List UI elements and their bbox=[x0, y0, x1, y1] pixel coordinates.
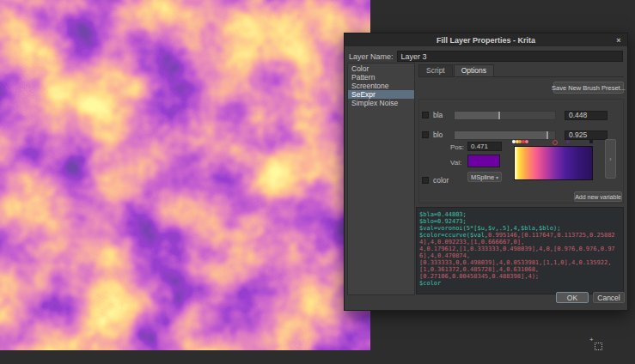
close-icon[interactable]: × bbox=[614, 35, 624, 45]
save-new-brush-preset-button[interactable]: Save New Brush Preset... bbox=[553, 82, 624, 94]
pos-label: Pos: bbox=[450, 143, 464, 151]
bla-value-field[interactable]: 0.448 bbox=[565, 111, 608, 120]
blo-slider-handle[interactable] bbox=[546, 131, 548, 139]
options-panel: bla0.448blo0.925 color Pos: 0.471 Val: M… bbox=[418, 99, 624, 203]
color-checkbox[interactable] bbox=[422, 177, 429, 184]
noise-texture bbox=[0, 0, 370, 350]
chevron-right-icon: › bbox=[609, 156, 611, 162]
transform-cursor: + bbox=[589, 337, 605, 354]
gradient-stop-5[interactable] bbox=[553, 140, 558, 145]
generator-item-simplex-noise[interactable]: Simplex Noise bbox=[348, 99, 414, 107]
bla-label: bla bbox=[433, 111, 454, 119]
script-token: [0.27106,0.00458345,0.488398],4); bbox=[419, 273, 539, 280]
blo-checkbox[interactable] bbox=[422, 131, 429, 138]
bla-checkbox[interactable] bbox=[422, 112, 429, 118]
blo-label: blo bbox=[433, 130, 454, 139]
bla-slider[interactable] bbox=[454, 111, 556, 120]
dialog-titlebar[interactable]: Fill Layer Properties - Krita × bbox=[345, 33, 627, 46]
selection-rect-icon bbox=[595, 343, 602, 350]
script-line: 4,0.179612,[1,0.333333,0.498039],4,0,[0.… bbox=[419, 246, 620, 259]
bla-slider-handle[interactable] bbox=[498, 112, 500, 119]
generator-list[interactable]: ColorPatternScreentoneSeExprSimplex Nois… bbox=[347, 63, 415, 295]
layer-name-value: Layer 3 bbox=[401, 52, 427, 61]
add-new-variable-button[interactable]: Add new variable bbox=[574, 191, 622, 202]
val-label: Val: bbox=[450, 159, 461, 167]
gradient-stops-strip[interactable] bbox=[514, 139, 593, 145]
layer-name-input[interactable]: Layer 3 bbox=[397, 51, 623, 62]
color-param-label: color bbox=[433, 176, 454, 185]
script-line: $color=ccurve($val,0.995146,[0.117647,0.… bbox=[419, 232, 620, 246]
tabbar: ScriptOptions bbox=[418, 64, 624, 77]
script-token: $blo=0.92473; bbox=[419, 218, 467, 225]
tab-options[interactable]: Options bbox=[454, 64, 494, 76]
gradient-editor[interactable] bbox=[514, 139, 593, 180]
script-line: [0.333333,0,0.498039],4,0.0533981,[1,1,0… bbox=[419, 259, 620, 273]
script-line: $color bbox=[419, 280, 620, 287]
gradient-expand-button[interactable]: › bbox=[605, 139, 616, 179]
gradient-stop-7[interactable] bbox=[589, 140, 593, 143]
cancel-button[interactable]: Cancel bbox=[593, 292, 625, 303]
generator-item-screentone[interactable]: Screentone bbox=[348, 82, 414, 90]
gradient-bar[interactable] bbox=[514, 146, 593, 180]
script-token: $color=ccurve($val, bbox=[419, 232, 488, 239]
blo-value-field[interactable]: 0.925 bbox=[565, 130, 608, 140]
script-token: $color bbox=[419, 280, 441, 287]
interpolation-value: MSpline bbox=[471, 173, 494, 181]
color-value-swatch[interactable] bbox=[467, 155, 500, 167]
gradient-stop-4[interactable] bbox=[525, 140, 528, 143]
seexpr-script-editor[interactable]: $bla=0.44803;$blo=0.92473;$val=voronoi(5… bbox=[416, 207, 624, 294]
bla-param-row: bla0.448 bbox=[422, 110, 608, 120]
pos-field[interactable]: 0.471 bbox=[467, 142, 502, 151]
canvas-preview[interactable] bbox=[0, 0, 370, 350]
script-line: $blo=0.92473; bbox=[419, 218, 620, 225]
pos-value: 0.471 bbox=[471, 143, 488, 150]
script-token: 4,0.179612,[1,0.333333,0.498039],4,0,[0.… bbox=[419, 246, 615, 259]
layer-name-label: Layer Name: bbox=[349, 52, 394, 61]
interpolation-dropdown[interactable]: MSpline ▾ bbox=[467, 172, 502, 182]
script-line: $bla=0.44803; bbox=[419, 211, 620, 218]
generator-item-color[interactable]: Color bbox=[348, 64, 414, 73]
dialog-title: Fill Layer Properties - Krita bbox=[437, 36, 535, 45]
script-token: $bla=0.44803; bbox=[419, 211, 467, 218]
fill-layer-properties-dialog: Fill Layer Properties - Krita × Layer Na… bbox=[344, 33, 628, 311]
blo-slider[interactable] bbox=[454, 130, 556, 140]
chevron-down-icon: ▾ bbox=[496, 174, 498, 180]
script-token: $val=voronoi(5*[$u,$v,.5],4,$bla,$blo); bbox=[419, 225, 560, 232]
ok-button[interactable]: OK bbox=[556, 292, 589, 303]
tab-script[interactable]: Script bbox=[418, 64, 453, 76]
blo-slider-fill bbox=[455, 131, 547, 139]
script-line: $val=voronoi(5*[$u,$v,.5],4,$bla,$blo); bbox=[419, 225, 620, 232]
layer-name-row: Layer Name: Layer 3 bbox=[349, 51, 623, 62]
crosshair-icon: + bbox=[589, 337, 594, 343]
generator-item-seexpr[interactable]: SeExpr bbox=[348, 90, 414, 99]
script-line: [0.27106,0.00458345,0.488398],4); bbox=[419, 273, 620, 280]
bla-slider-fill bbox=[455, 112, 499, 119]
generator-item-pattern[interactable]: Pattern bbox=[348, 73, 414, 82]
gradient-stop-6[interactable] bbox=[566, 140, 570, 143]
script-token: [0.333333,0,0.498039],4,0.0533981,[1,1,0… bbox=[419, 259, 611, 273]
